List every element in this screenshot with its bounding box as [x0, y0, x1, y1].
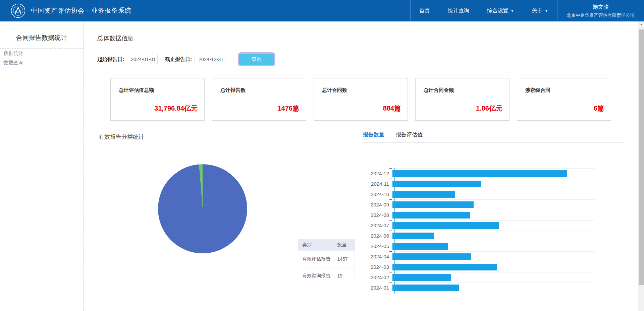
axis-tick [389, 220, 392, 221]
date-filter-row: 起始报告日: 截止报告日: 查询 [97, 53, 274, 66]
axis-tick [389, 189, 392, 189]
stat-card-label: 总计报告数 [220, 87, 246, 94]
pie-section-title: 有效报告分类统计 [99, 133, 144, 141]
nav-item-label: 综合设置 [487, 7, 508, 14]
bar-category-label: 2024-06 [335, 231, 392, 241]
bar-2024-06 [392, 233, 434, 239]
scrollbar-thumb[interactable] [639, 29, 644, 285]
bar-2024-10 [392, 191, 455, 198]
bar-band [392, 199, 595, 210]
stat-card-value: 31,796.84亿元 [154, 104, 198, 113]
stat-card-label: 总计评估值总额 [119, 87, 154, 94]
stat-card-label: 总计合同金额 [424, 87, 454, 94]
bar-chart-row: 2024-11 [335, 179, 600, 189]
tab-report-count[interactable]: 报告数量 [363, 131, 384, 142]
nav-item-home[interactable]: 首页 [410, 0, 439, 21]
bar-category-label: 2024-12 [335, 168, 392, 179]
axis-tick [389, 251, 392, 252]
logo-icon [11, 3, 25, 18]
bar-chart-tabs: 报告数量报告评估值 [363, 131, 434, 142]
bar-band [392, 272, 595, 283]
bar-chart-row: 2024-08 [335, 210, 600, 220]
app-title: 中国资产评估协会 - 业务报备系统 [31, 6, 131, 15]
axis-tick [389, 272, 392, 272]
top-navbar: 中国资产评估协会 - 业务报备系统 首页统计查询综合设置▼关于▼ 施文骏 北京中… [0, 0, 644, 21]
bar-chart-row: 2024-09 [335, 199, 600, 210]
bar-2024-08 [392, 212, 470, 219]
axis-tick [389, 241, 392, 241]
bar-category-label: 2024-10 [335, 189, 392, 199]
column-header-category: 类别 [298, 239, 335, 251]
stat-card-3: 总计合同金额1.06亿元 [415, 78, 509, 121]
bar-band [392, 168, 595, 179]
axis-tick [389, 179, 392, 179]
page-title: 总体数据信息 [97, 34, 133, 42]
bar-2024-03 [392, 264, 497, 270]
bar-chart-row: 2024-10 [335, 189, 600, 199]
stat-card-label: 总计合同数 [322, 87, 347, 94]
nav-item-stats-query[interactable]: 统计查询 [439, 0, 478, 21]
bar-2024-11 [392, 181, 481, 187]
stat-card-1: 总计报告数1476篇 [212, 78, 306, 121]
category-cell: 有效评估报告 [298, 251, 335, 267]
bar-category-label: 2024-07 [335, 220, 392, 231]
bar-chart-y-axis [394, 168, 395, 294]
tabs-underline [363, 142, 624, 143]
vertical-scrollbar[interactable]: ▲ [638, 21, 644, 311]
query-button[interactable]: 查询 [239, 53, 274, 65]
bar-2024-05 [392, 243, 448, 250]
bar-2024-12 [392, 170, 567, 177]
bar-chart-row: 2024-06 [335, 231, 600, 241]
bar-band [392, 241, 595, 251]
category-cell: 有效咨询报告 [298, 267, 335, 284]
bar-2024-02 [392, 274, 451, 281]
stat-card-value: 1.06亿元 [476, 104, 502, 113]
pie-chart [158, 164, 247, 253]
user-info[interactable]: 施文骏 北京中企华资产评估有限责任公司 [557, 0, 644, 21]
axis-tick [389, 210, 392, 210]
user-company: 北京中企华资产评估有限责任公司 [567, 12, 635, 18]
brand: 中国资产评估协会 - 业务报备系统 [0, 3, 131, 18]
stat-card-value: 1476篇 [278, 104, 300, 113]
bar-category-label: 2024-04 [335, 251, 392, 262]
bar-chart-row: 2024-04 [335, 251, 600, 262]
nav-item-about[interactable]: 关于▼ [523, 0, 557, 21]
scroll-up-arrow-icon[interactable]: ▲ [638, 21, 644, 27]
bar-2024-01 [392, 285, 459, 291]
stat-card-0: 总计评估值总额31,796.84亿元 [110, 78, 205, 121]
sidebar: 合同报告数据统计 数据统计数据查询 [0, 21, 84, 311]
axis-tick [389, 168, 392, 169]
bar-band [392, 283, 595, 293]
user-name: 施文骏 [593, 4, 609, 11]
stat-card-label: 涉密级合同 [525, 87, 550, 94]
nav-item-label: 关于 [532, 7, 543, 14]
axis-tick [389, 293, 392, 293]
bar-chart-row: 2024-01 [335, 283, 600, 293]
tab-report-value[interactable]: 报告评估值 [396, 131, 423, 142]
bar-band [392, 262, 595, 272]
bar-category-label: 2024-08 [335, 210, 392, 220]
bar-band [392, 210, 595, 220]
bar-band [392, 189, 595, 199]
end-date-label: 截止报告日: [165, 56, 192, 63]
sidebar-item-data-stats[interactable]: 数据统计 [0, 49, 83, 58]
bar-category-label: 2024-01 [335, 283, 392, 293]
sidebar-menu: 数据统计数据查询 [0, 49, 83, 67]
nav-item-general-settings[interactable]: 综合设置▼ [478, 0, 523, 21]
bar-band [392, 251, 595, 262]
bar-category-label: 2024-03 [335, 262, 392, 272]
start-date-input[interactable] [127, 54, 158, 65]
axis-tick [389, 231, 392, 231]
axis-tick [389, 283, 392, 283]
main-panel: 总体数据信息 起始报告日: 截止报告日: 查询 总计评估值总额31,796.84… [84, 21, 638, 311]
stat-card-4: 涉密级合同6篇 [517, 78, 611, 121]
bar-2024-04 [392, 253, 471, 260]
bar-category-label: 2024-05 [335, 241, 392, 251]
bar-band [392, 179, 595, 189]
bar-chart: 2024-122024-112024-102024-092024-082024-… [335, 168, 600, 293]
stat-cards-row: 总计评估值总额31,796.84亿元总计报告数1476篇总计合同数884篇总计合… [110, 78, 613, 121]
end-date-input[interactable] [195, 54, 225, 65]
sidebar-item-data-query[interactable]: 数据查询 [0, 58, 83, 67]
bar-chart-row: 2024-03 [335, 262, 600, 272]
start-date-label: 起始报告日: [97, 56, 124, 63]
